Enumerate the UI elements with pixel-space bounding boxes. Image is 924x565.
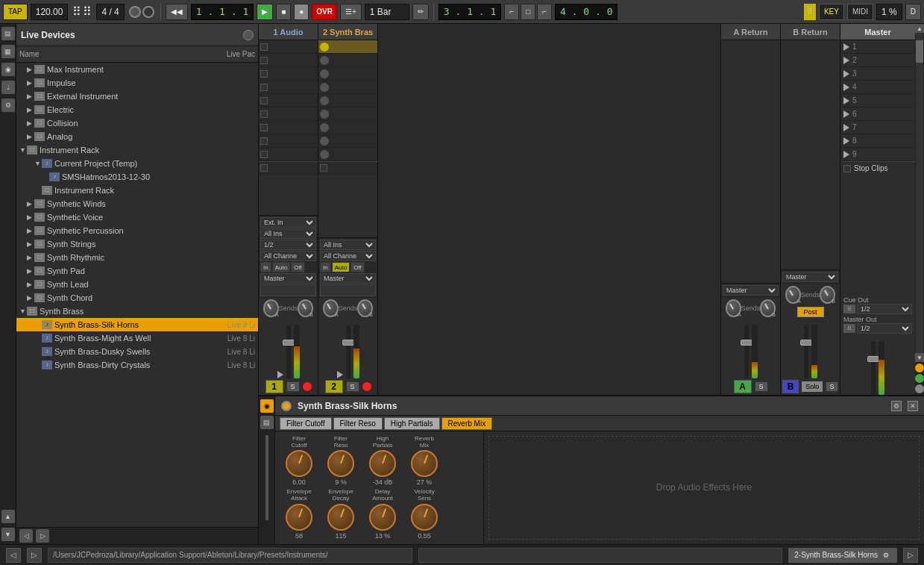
- list-item[interactable]: ▶ □ Synth Rhythmic: [16, 251, 258, 264]
- solo-btn-2[interactable]: S: [346, 381, 359, 392]
- clip-checkbox[interactable]: [260, 57, 268, 64]
- auto-btn-2[interactable]: Auto: [332, 262, 350, 272]
- fader-track-ra[interactable]: [744, 325, 749, 378]
- scroll-up-btn[interactable]: ▲: [915, 24, 924, 33]
- send-a-knob-ra[interactable]: A: [726, 299, 741, 317]
- clip-slot[interactable]: [318, 67, 377, 81]
- track-input-field[interactable]: [260, 284, 316, 296]
- sidebar-settings-btn[interactable]: [243, 30, 254, 40]
- scroll-thumb[interactable]: [916, 40, 923, 63]
- macro-tab-3[interactable]: High Partials: [384, 417, 440, 430]
- channel3-select[interactable]: All Channe: [260, 251, 316, 261]
- list-item[interactable]: ♪ Synth Brass-Dusky Swells Live 8 Li: [16, 345, 258, 358]
- clip-slot[interactable]: [259, 94, 318, 107]
- send-a-knob-2[interactable]: A: [323, 299, 339, 317]
- return-a-monitor[interactable]: Master: [723, 285, 779, 296]
- inst-config-btn[interactable]: ⚙: [891, 401, 902, 411]
- track-number-btn[interactable]: 1: [265, 380, 283, 393]
- nav-effects[interactable]: ⚙: [1, 99, 15, 112]
- clip-slot[interactable]: [318, 81, 377, 94]
- off-btn-2[interactable]: Off: [351, 262, 365, 272]
- s-btn-b[interactable]: S: [826, 381, 838, 392]
- clip-slot[interactable]: [259, 40, 318, 54]
- master-clip-1[interactable]: 1: [840, 40, 915, 54]
- solo-btn-b[interactable]: Solo: [802, 381, 823, 392]
- macro-knob-6[interactable]: [327, 504, 354, 531]
- clip-checkbox[interactable]: [260, 70, 268, 78]
- clip-checkbox[interactable]: [260, 84, 268, 91]
- list-item[interactable]: ▶ □ External Instrument: [16, 90, 258, 103]
- loop-position[interactable]: 1 . 1 . 1: [191, 4, 254, 20]
- off-btn[interactable]: Off: [291, 262, 305, 272]
- solo-btn[interactable]: S: [286, 381, 300, 392]
- macro-knob-7[interactable]: [369, 504, 396, 531]
- nav-arrow-up[interactable]: ▲: [1, 510, 15, 523]
- master-clip-6[interactable]: 6: [840, 107, 915, 121]
- macro-knob-1[interactable]: [286, 450, 312, 477]
- macro-tab-4[interactable]: Reverb Mix: [441, 417, 493, 430]
- list-item[interactable]: ♪ Synth Brass-Dirty Crystals Live 8 Li: [16, 358, 258, 372]
- send-b-knob-ra[interactable]: B: [760, 299, 776, 317]
- stop-clips-btn[interactable]: Stop Clips: [854, 164, 888, 172]
- clip-slot[interactable]: [259, 107, 318, 121]
- list-item[interactable]: ▶ □ Impulse: [16, 76, 258, 90]
- master-clip-8[interactable]: 8: [840, 134, 915, 148]
- fader-handle-2[interactable]: [342, 340, 354, 346]
- send-b-knob[interactable]: B: [298, 299, 313, 317]
- macro-knob-4[interactable]: [411, 450, 438, 477]
- nav-next[interactable]: ▷: [36, 529, 49, 543]
- status-settings-btn[interactable]: ⚙: [881, 550, 891, 561]
- key-button[interactable]: KEY: [819, 4, 844, 20]
- master-header[interactable]: Master: [840, 24, 915, 40]
- sidebar-item-synth-brass-silk-horns[interactable]: ♪ Synth Brass-Silk Horns Live 8 Li: [16, 318, 258, 331]
- master-clip-9[interactable]: 9: [840, 148, 915, 161]
- status-search[interactable]: [418, 548, 783, 563]
- rewind-button[interactable]: ◀◀: [166, 4, 188, 20]
- clip-slot[interactable]: [318, 121, 377, 134]
- return-a-header[interactable]: A Return: [721, 24, 780, 40]
- clip-slot[interactable]: [259, 54, 318, 67]
- fader-track-2[interactable]: [346, 325, 351, 378]
- play-button[interactable]: ▶: [257, 4, 273, 20]
- macro-knob-3[interactable]: [369, 450, 396, 477]
- clip-slot[interactable]: [259, 134, 318, 148]
- clip-slot[interactable]: [318, 148, 377, 161]
- fader-handle[interactable]: [283, 340, 295, 346]
- scroll-down-btn[interactable]: ▼: [915, 353, 924, 362]
- loop-settings-button[interactable]: ☰+: [340, 4, 362, 20]
- clip-checkbox[interactable]: [260, 110, 268, 118]
- stop-clip-slot[interactable]: [259, 161, 318, 175]
- list-item[interactable]: ▶ □ Collision: [16, 116, 258, 130]
- record-btn[interactable]: [142, 6, 154, 18]
- return-a-btn[interactable]: A: [734, 380, 752, 393]
- list-item[interactable]: ▶ □ Synthetic Percussion: [16, 224, 258, 237]
- master-out-select[interactable]: 1/2: [857, 323, 912, 334]
- fader-handle-ra[interactable]: [741, 340, 752, 346]
- auto-btn[interactable]: Auto: [272, 262, 290, 272]
- nav-session[interactable]: ▤: [1, 27, 15, 40]
- clip-slot[interactable]: [259, 67, 318, 81]
- clip-checkbox[interactable]: [260, 151, 268, 158]
- list-item[interactable]: ▶ □ Synth Pad: [16, 264, 258, 278]
- inst-power-nav[interactable]: ◉: [260, 399, 274, 413]
- clip-checkbox[interactable]: [320, 164, 327, 172]
- cue-out-select[interactable]: 1/2: [857, 304, 912, 314]
- list-item[interactable]: ▶ □ Synth Strings: [16, 237, 258, 251]
- draw-button[interactable]: ✏: [412, 4, 429, 20]
- master-clip-5[interactable]: 5: [840, 94, 915, 107]
- fader-track-rb[interactable]: [804, 325, 808, 378]
- nav-instruments[interactable]: ♩: [1, 81, 15, 94]
- master-clip-2[interactable]: 2: [840, 54, 915, 67]
- in-btn[interactable]: In: [260, 262, 271, 272]
- prev-arrow[interactable]: ◁: [6, 548, 21, 563]
- clip-checkbox[interactable]: [260, 124, 268, 131]
- master-clip-7[interactable]: 7: [840, 121, 915, 134]
- track-2-header[interactable]: 2 Synth Bras: [318, 24, 377, 40]
- return-b-header[interactable]: B Return: [781, 24, 840, 40]
- track-1-header[interactable]: 1 Audio: [259, 24, 318, 40]
- clip-slot[interactable]: [259, 148, 318, 161]
- master-clip-3[interactable]: 3: [840, 67, 915, 81]
- stop-button[interactable]: ■: [276, 4, 291, 20]
- loop-end-btn[interactable]: □: [521, 4, 535, 20]
- list-item[interactable]: □ Instrument Rack: [16, 184, 258, 197]
